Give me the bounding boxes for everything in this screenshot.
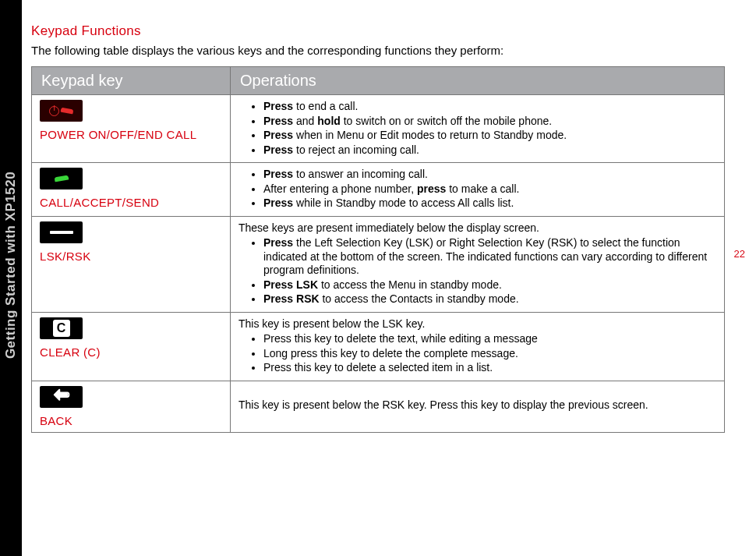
ops-list: Press to answer an incoming call.After e…	[238, 168, 716, 211]
key-name-clear: CLEAR (C)	[40, 345, 222, 359]
ops-cell: This key is present below the LSK key.Pr…	[231, 312, 725, 381]
table-row: C CLEAR (C) This key is present below th…	[32, 312, 725, 381]
page-number: 22	[734, 248, 745, 260]
keypad-table: Keypad key Operations POWER ON/OFF/END C…	[31, 66, 725, 433]
sidebar-tab: Getting Started with XP1520	[0, 0, 22, 556]
ops-item: Press when in Menu or Edit modes to retu…	[263, 129, 716, 143]
key-name-back: BACK	[40, 414, 222, 427]
main-content: Keypad Functions The following table dis…	[31, 23, 725, 433]
softkey-icon	[40, 221, 83, 243]
ops-item: Press to answer an incoming call.	[263, 168, 716, 182]
ops-item: Press this key to delete a selected item…	[263, 361, 716, 375]
header-keypad-key: Keypad key	[32, 67, 231, 95]
ops-item: Press RSK to access the Contacts in stan…	[263, 292, 716, 306]
call-key-icon	[40, 168, 83, 189]
ops-cell: Press to answer an incoming call.After e…	[231, 163, 725, 217]
ops-list: Press the Left Selection Key (LSK) or Ri…	[238, 236, 716, 306]
sidebar-label: Getting Started with XP1520	[3, 172, 19, 359]
power-key-icon	[40, 100, 83, 122]
ops-list: Press this key to delete the text, while…	[238, 332, 716, 375]
key-name-power: POWER ON/OFF/END CALL	[40, 128, 222, 141]
ops-item: Press and hold to switch on or switch of…	[263, 115, 716, 129]
ops-list: Press to end a call.Press and hold to sw…	[238, 100, 716, 157]
intro-text: The following table displays the various…	[31, 44, 725, 57]
ops-cell: These keys are present immediately below…	[231, 216, 725, 312]
header-operations: Operations	[231, 67, 725, 95]
ops-item: Press this key to delete the text, while…	[263, 332, 716, 346]
ops-item: Press the Left Selection Key (LSK) or Ri…	[263, 236, 716, 278]
table-row: POWER ON/OFF/END CALL Press to end a cal…	[32, 95, 725, 163]
ops-item: Press to end a call.	[263, 100, 716, 114]
ops-item: Press while in Standby mode to access Al…	[263, 197, 716, 211]
ops-cell: This key is present below the RSK key. P…	[231, 381, 725, 432]
ops-item: Press to reject an incoming call.	[263, 143, 716, 158]
ops-item: Long press this key to delete the comple…	[263, 347, 716, 361]
key-name-lsk-rsk: LSK/RSK	[40, 250, 222, 263]
table-row: CALL/ACCEPT/SEND Press to answer an inco…	[32, 163, 725, 217]
ops-pretext: These keys are present immediately below…	[238, 221, 716, 236]
ops-pretext: This key is present below the RSK key. P…	[238, 398, 716, 413]
table-row: LSK/RSK These keys are present immediate…	[32, 216, 725, 312]
key-name-call: CALL/ACCEPT/SEND	[40, 196, 222, 209]
ops-item: After entering a phone number, press to …	[263, 182, 716, 197]
table-header-row: Keypad key Operations	[32, 67, 725, 95]
ops-item: Press LSK to access the Menu in standby …	[263, 278, 716, 292]
back-key-icon	[40, 386, 83, 408]
ops-cell: Press to end a call.Press and hold to sw…	[231, 95, 725, 163]
table-row: BACK This key is present below the RSK k…	[32, 381, 725, 432]
section-heading: Keypad Functions	[31, 23, 725, 39]
clear-key-icon: C	[40, 317, 83, 339]
ops-pretext: This key is present below the LSK key.	[238, 317, 716, 331]
